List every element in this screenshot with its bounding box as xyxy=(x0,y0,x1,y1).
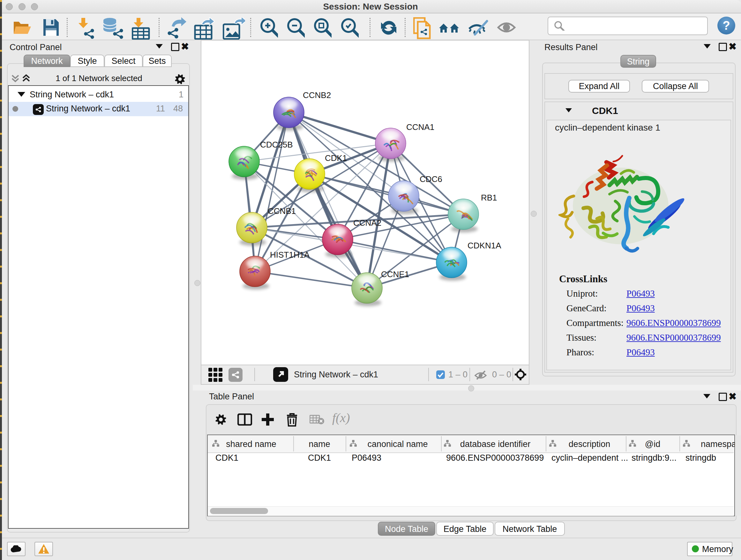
svg-text:CDC6: CDC6 xyxy=(420,174,442,184)
svg-text:CCNA2: CCNA2 xyxy=(353,218,381,228)
svg-text:CCNA1: CCNA1 xyxy=(406,122,434,132)
svg-text:CDC25B: CDC25B xyxy=(260,140,293,149)
svg-text:HIST1H1A: HIST1H1A xyxy=(270,250,310,260)
svg-text:CCNB2: CCNB2 xyxy=(303,90,331,100)
svg-text:RB1: RB1 xyxy=(481,193,497,202)
svg-text:CCNB1: CCNB1 xyxy=(268,206,296,216)
svg-text:CDKN1A: CDKN1A xyxy=(468,241,501,250)
svg-text:CCNE1: CCNE1 xyxy=(381,269,409,279)
svg-text:CDK1: CDK1 xyxy=(325,153,347,163)
